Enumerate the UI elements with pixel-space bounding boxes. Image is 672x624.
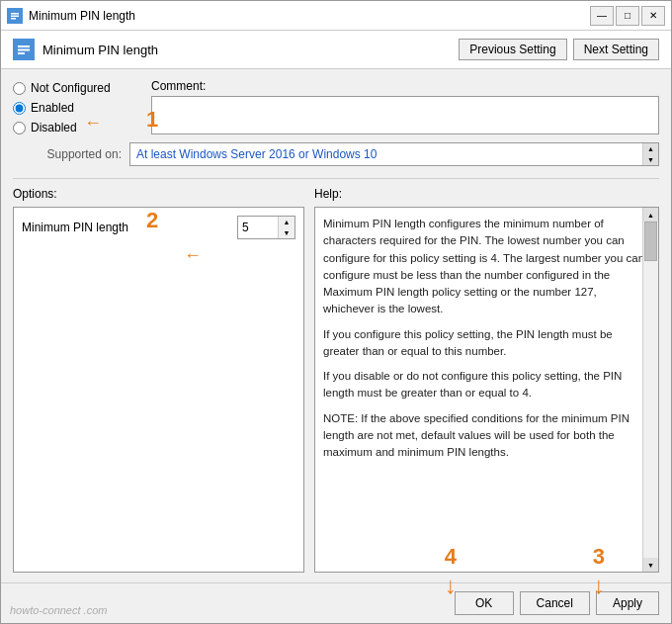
supported-value-container: At least Windows Server 2016 or Windows … (129, 142, 659, 166)
comment-label: Comment: (151, 79, 659, 93)
watermark: howto-connect .com (10, 604, 107, 616)
not-configured-label: Not Configured (31, 81, 111, 95)
svg-rect-3 (11, 18, 16, 20)
not-configured-radio[interactable] (13, 82, 26, 95)
not-configured-option[interactable]: Not Configured (13, 81, 141, 95)
help-para-2: If you configure this policy setting, th… (323, 326, 650, 361)
supported-scroll-up[interactable]: ▲ (643, 143, 658, 154)
apply-button[interactable]: Apply (596, 591, 659, 615)
svg-rect-6 (18, 49, 30, 51)
header-icon (13, 39, 35, 60)
header-bar: Minimum PIN length Previous Setting Next… (1, 31, 671, 69)
title-bar: Minimum PIN length — □ ✕ (1, 1, 671, 31)
help-para-4: NOTE: If the above specified conditions … (323, 410, 650, 462)
help-scroll-thumb (644, 222, 657, 261)
options-label: Options: (13, 187, 57, 201)
help-box: Minimum PIN length configures the minimu… (314, 207, 659, 573)
spin-down-button[interactable]: ▼ (279, 227, 294, 238)
svg-rect-7 (18, 52, 25, 54)
disabled-label: Disabled (31, 121, 77, 134)
enabled-label: Enabled (31, 101, 74, 115)
help-scrollbar: ▲ ▼ (642, 208, 658, 572)
main-content: Not Configured Enabled Disabled Comment: (1, 69, 671, 582)
bottom-section: Options: Minimum PIN length ▲ ▼ (13, 187, 659, 573)
maximize-button[interactable]: □ (616, 6, 639, 26)
window-controls: — □ ✕ (590, 6, 665, 26)
supported-value: At least Windows Server 2016 or Windows … (136, 147, 377, 161)
close-button[interactable]: ✕ (641, 6, 665, 26)
previous-setting-button[interactable]: Previous Setting (459, 39, 566, 60)
next-setting-button[interactable]: Next Setting (573, 39, 659, 60)
help-scroll-up[interactable]: ▲ (643, 208, 658, 222)
help-label: Help: (314, 187, 342, 201)
ok-button[interactable]: OK (455, 591, 514, 615)
help-para-3: If you disable or do not configure this … (323, 368, 650, 402)
svg-rect-1 (11, 13, 19, 15)
option-name-pin-length: Minimum PIN length (22, 221, 229, 234)
comment-textarea[interactable] (151, 96, 659, 134)
pin-length-spinner: ▲ ▼ (237, 216, 295, 239)
option-row-pin-length: Minimum PIN length ▲ ▼ (22, 216, 295, 239)
app-icon (7, 8, 23, 24)
supported-scrollbar: ▲ ▼ (642, 143, 658, 165)
section-divider (13, 178, 659, 179)
svg-rect-5 (18, 45, 30, 47)
svg-rect-2 (11, 15, 19, 17)
help-scroll-track (643, 222, 658, 558)
supported-row: Supported on: At least Windows Server 20… (13, 142, 659, 166)
pin-length-input[interactable] (238, 219, 278, 236)
spinner-buttons: ▲ ▼ (278, 217, 294, 238)
options-box: Minimum PIN length ▲ ▼ (13, 207, 304, 573)
disabled-radio[interactable] (13, 122, 26, 134)
enabled-option[interactable]: Enabled (13, 101, 141, 115)
supported-label: Supported on: (13, 147, 122, 161)
minimize-button[interactable]: — (590, 6, 614, 26)
help-scroll-down[interactable]: ▼ (643, 558, 658, 572)
help-para-1: Minimum PIN length configures the minimu… (323, 216, 650, 318)
options-panel: Options: Minimum PIN length ▲ ▼ (13, 187, 304, 573)
window-title: Minimum PIN length (29, 9, 135, 23)
radio-group: Not Configured Enabled Disabled (13, 79, 141, 134)
cancel-button[interactable]: Cancel (520, 591, 590, 615)
enabled-radio[interactable] (13, 102, 26, 115)
footer: OK Cancel Apply (1, 582, 671, 623)
comment-section: Comment: (151, 79, 659, 134)
header-title: Minimum PIN length (42, 43, 158, 57)
supported-scroll-down[interactable]: ▼ (643, 154, 658, 165)
spin-up-button[interactable]: ▲ (279, 217, 294, 227)
help-panel: Help: Minimum PIN length configures the … (314, 187, 659, 573)
help-text: Minimum PIN length configures the minimu… (323, 216, 650, 461)
nav-buttons: Previous Setting Next Setting (459, 39, 659, 60)
disabled-option[interactable]: Disabled (13, 121, 141, 134)
